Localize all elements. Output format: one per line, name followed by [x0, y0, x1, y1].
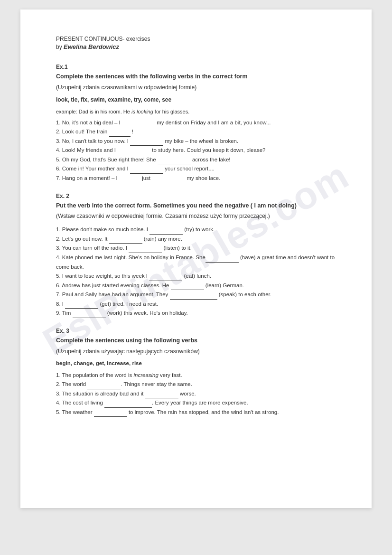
- page-title: PRESENT CONTINUOUS- exercises: [56, 36, 341, 42]
- blank: [145, 392, 178, 398]
- ex3-instruction-light: (Uzupełnij zdania używając następujących…: [56, 347, 341, 356]
- ex2-sentences: 1. Please don't make so much noise. I (t…: [56, 225, 341, 318]
- blank: [65, 302, 98, 309]
- author-name: Ewelina Berdowicz: [64, 43, 119, 50]
- blank: [205, 256, 239, 263]
- blank: [149, 228, 183, 235]
- blank: [130, 139, 163, 146]
- ex3-instruction-bold: Complete the sentences using the followi…: [56, 336, 341, 345]
- ex3-verbs: begin, change, get, increase, rise: [56, 360, 341, 366]
- blank: [73, 311, 106, 318]
- author-prefix: by: [56, 44, 64, 50]
- blank: [94, 410, 127, 417]
- ex1-instruction-bold: Complete the sentences with the followin…: [56, 72, 341, 81]
- blank: [117, 149, 150, 155]
- blank: [158, 158, 191, 164]
- ex3-label: Ex. 3: [56, 328, 341, 334]
- blank: [109, 130, 131, 137]
- blank: [170, 293, 217, 300]
- blank: [87, 383, 121, 389]
- blank: [149, 274, 182, 281]
- author-line: by Ewelina Berdowicz: [56, 43, 341, 50]
- ex1-instruction-light: (Uzupełnij zdania czasownikami w odpowie…: [56, 83, 341, 92]
- ex2-instruction-bold: Put the verb into the correct form. Some…: [56, 201, 341, 210]
- blank: [109, 237, 142, 244]
- ex2-label: Ex. 2: [56, 193, 341, 199]
- blank: [122, 121, 155, 127]
- ex1-verbs: look, tie, fix, swim, examine, try, come…: [56, 96, 341, 103]
- blank: [119, 177, 140, 183]
- ex1-example: example: Dad is in his room. He is looki…: [56, 109, 341, 114]
- ex3-sentences: 1. The population of the word is increas…: [56, 371, 341, 417]
- ex1-label: Ex.1: [56, 64, 341, 70]
- ex2-instruction-light: (Wstaw czasowniki w odpowiedniej formie.…: [56, 212, 341, 220]
- blank: [129, 246, 162, 253]
- blank: [152, 177, 185, 183]
- blank: [171, 283, 204, 290]
- ex1-sentences: 1. No, it's not a big deal – I my dentis…: [56, 118, 341, 183]
- blank: [130, 167, 163, 174]
- blank: [104, 401, 152, 408]
